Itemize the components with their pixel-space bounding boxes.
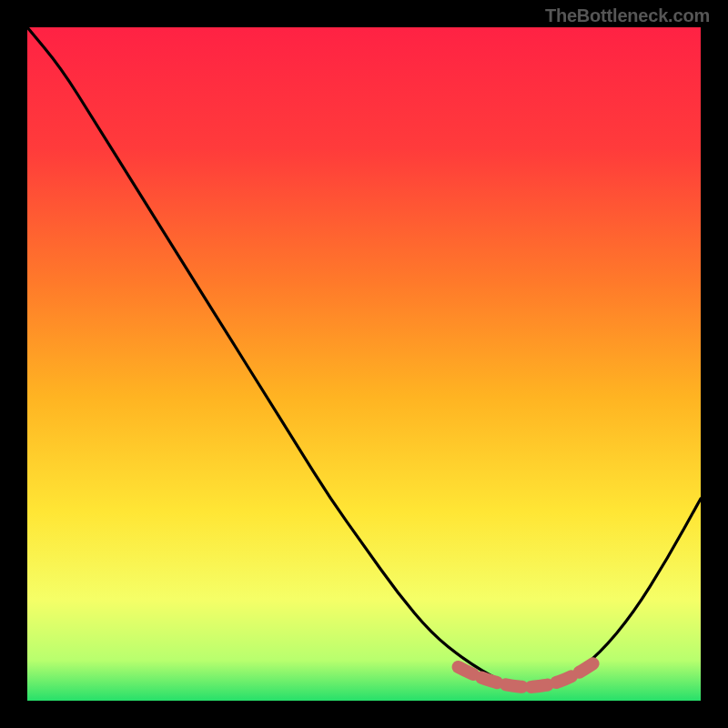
chart-frame: TheBottleneck.com bbox=[0, 0, 728, 728]
main-curve bbox=[27, 27, 701, 687]
curves-layer bbox=[27, 27, 701, 701]
watermark-text: TheBottleneck.com bbox=[545, 5, 710, 26]
plot-area bbox=[27, 27, 701, 701]
